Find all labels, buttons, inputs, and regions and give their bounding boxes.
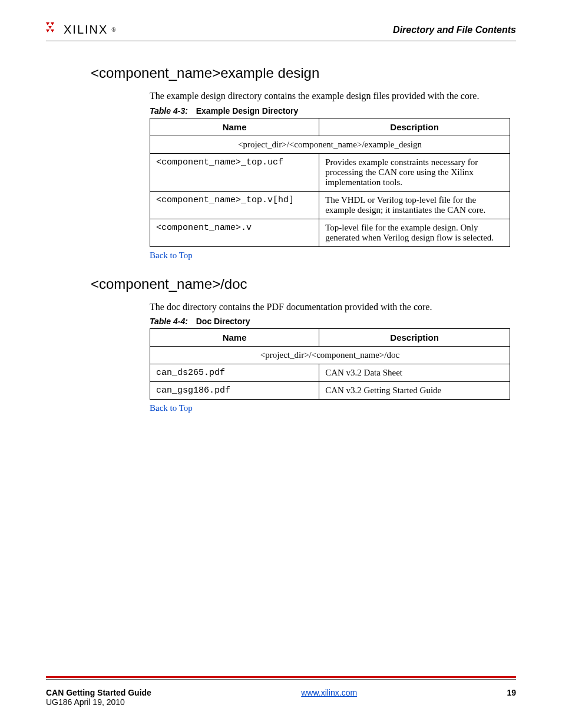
footer-url-link[interactable]: www.xilinx.com <box>301 688 357 697</box>
header-section-title: Directory and File Contents <box>393 25 516 35</box>
table-doc-directory: Name Description <project_dir>/<componen… <box>150 328 510 400</box>
path-cell: <project_dir>/<component_name>/example_d… <box>150 136 510 153</box>
file-name: can_ds265.pdf <box>150 364 319 382</box>
section1-intro: The example design directory contains th… <box>150 90 516 103</box>
table-4-4-label: Table 4-4: <box>150 317 188 326</box>
footer-doc-title: CAN Getting Started Guide <box>46 688 151 697</box>
file-desc: CAN v3.2 Data Sheet <box>319 364 510 382</box>
table-example-design: Name Description <project_dir>/<componen… <box>150 118 510 247</box>
table-4-3-caption: Table 4-3: Example Design Directory <box>150 106 516 116</box>
col-header-description: Description <box>319 329 510 347</box>
file-desc: Top-level file for the example design. O… <box>319 219 510 246</box>
section2-intro: The doc directory contains the PDF docum… <box>150 301 516 314</box>
registered-mark: ® <box>111 27 116 33</box>
back-to-top-link[interactable]: Back to Top <box>150 403 193 413</box>
svg-marker-4 <box>51 29 54 32</box>
file-desc: CAN v3.2 Getting Started Guide <box>319 382 510 400</box>
table-header-row: Name Description <box>150 329 510 347</box>
table-4-4-text: Doc Directory <box>196 317 250 326</box>
col-header-name: Name <box>150 329 319 347</box>
section-heading-example-design: <component_name>example design <box>91 65 516 81</box>
file-name: can_gsg186.pdf <box>150 382 319 400</box>
footer-doc-id: UG186 April 19, 2010 <box>46 697 151 707</box>
path-cell: <project_dir>/<component_name>/doc <box>150 347 510 364</box>
page-footer: CAN Getting Started Guide UG186 April 19… <box>46 688 516 707</box>
table-row: <component_name>_top.ucf Provides exampl… <box>150 153 510 191</box>
table-row: can_gsg186.pdf CAN v3.2 Getting Started … <box>150 382 510 400</box>
page-header: XILINX ® Directory and File Contents <box>46 22 516 41</box>
file-name: <component_name>_top.ucf <box>150 153 319 191</box>
col-header-description: Description <box>319 118 510 136</box>
file-desc: Provides example constraints necessary f… <box>319 153 510 191</box>
footer-left: CAN Getting Started Guide UG186 April 19… <box>46 688 151 707</box>
file-desc: The VHDL or Verilog top-level file for t… <box>319 191 510 219</box>
table-row: <component_name>.v Top-level file for th… <box>150 219 510 246</box>
svg-marker-3 <box>46 29 49 32</box>
table-row: <component_name>_top.v[hd] The VHDL or V… <box>150 191 510 219</box>
xilinx-logo-text: XILINX <box>64 23 108 37</box>
table-path-row: <project_dir>/<component_name>/doc <box>150 347 510 364</box>
svg-marker-2 <box>48 26 52 29</box>
col-header-name: Name <box>150 118 319 136</box>
table-4-3-text: Example Design Directory <box>196 106 299 116</box>
table-row: can_ds265.pdf CAN v3.2 Data Sheet <box>150 364 510 382</box>
footer-rule <box>46 676 516 680</box>
svg-marker-1 <box>51 22 54 25</box>
xilinx-logo: XILINX ® <box>46 22 116 37</box>
xilinx-logo-mark-icon <box>46 22 60 37</box>
section-heading-doc: <component_name>/doc <box>91 276 516 292</box>
footer-page-number: 19 <box>507 688 516 697</box>
back-to-top-link[interactable]: Back to Top <box>150 251 193 261</box>
table-header-row: Name Description <box>150 118 510 136</box>
file-name: <component_name>_top.v[hd] <box>150 191 319 219</box>
file-name: <component_name>.v <box>150 219 319 246</box>
table-path-row: <project_dir>/<component_name>/example_d… <box>150 136 510 153</box>
svg-marker-0 <box>46 22 49 25</box>
table-4-4-caption: Table 4-4: Doc Directory <box>150 317 516 326</box>
table-4-3-label: Table 4-3: <box>150 106 188 116</box>
